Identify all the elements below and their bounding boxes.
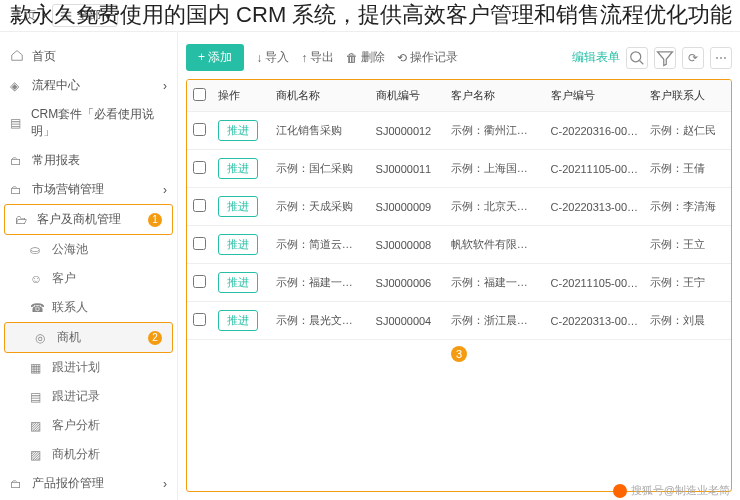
row-checkbox[interactable] <box>193 161 206 174</box>
nav-contact[interactable]: ☎联系人 <box>0 293 177 322</box>
edit-form-link[interactable]: 编辑表单 <box>572 49 620 66</box>
cell-name: 示例：简道云采购 <box>270 226 370 264</box>
promote-button[interactable]: 推进 <box>218 272 258 293</box>
badge-2: 2 <box>148 331 162 345</box>
nav-follow-plan[interactable]: ▦跟进计划 <box>0 353 177 382</box>
cell-cust-code: C-20220316-0000001 <box>545 112 645 150</box>
calendar-icon: ▦ <box>30 361 44 375</box>
row-checkbox[interactable] <box>193 123 206 136</box>
cell-contact: 示例：刘晨 <box>644 302 731 340</box>
row-checkbox[interactable] <box>193 199 206 212</box>
delete-button[interactable]: 🗑 删除 <box>346 49 385 66</box>
col-cust-name[interactable]: 客户名称 <box>445 80 545 112</box>
cell-contact: 示例：赵仁民 <box>644 112 731 150</box>
cell-code: SJ0000004 <box>370 302 445 340</box>
nav-opp-analysis[interactable]: ▨商机分析 <box>0 440 177 469</box>
main-content: + 添加 ↓ 导入 ↑ 导出 🗑 删除 ⟲ 操作记录 编辑表单 ⟳ ⋯ <box>178 32 740 500</box>
cell-cust-name: 示例：上海国仁有限… <box>445 150 545 188</box>
table-row[interactable]: 推进 示例：福建一高3月订单 SJ0000006 示例：福建一高集团 C-202… <box>187 264 731 302</box>
promote-button[interactable]: 推进 <box>218 120 258 141</box>
user-icon: ☺ <box>30 272 44 286</box>
nav-product-quote[interactable]: 🗀产品报价管理› <box>0 469 177 498</box>
filter-icon[interactable] <box>654 47 676 69</box>
cell-code: SJ0000006 <box>370 264 445 302</box>
sohu-logo-icon <box>613 484 627 498</box>
cell-contact: 示例：李清海 <box>644 188 731 226</box>
contact-icon: ☎ <box>30 301 44 315</box>
cell-cust-name: 帆软软件有限公司 <box>445 226 545 264</box>
col-code[interactable]: 商机编号 <box>370 80 445 112</box>
folder-icon: 🗀 <box>10 183 24 197</box>
cell-contact: 示例：王宁 <box>644 264 731 302</box>
import-button[interactable]: ↓ 导入 <box>256 49 289 66</box>
col-contact[interactable]: 客户联系人 <box>644 80 731 112</box>
table-row[interactable]: 推进 示例：国仁采购 SJ0000011 示例：上海国仁有限… C-202111… <box>187 150 731 188</box>
nav-process[interactable]: ◈流程中心› <box>0 71 177 100</box>
nav-reports[interactable]: 🗀常用报表 <box>0 146 177 175</box>
cell-cust-name: 示例：福建一高集团 <box>445 264 545 302</box>
nav-marketing[interactable]: 🗀市场营销管理› <box>0 175 177 204</box>
table-row[interactable]: 推进 示例：简道云采购 SJ0000008 帆软软件有限公司 示例：王立 <box>187 226 731 264</box>
overlay-title: 款永久免费使用的国内 CRM 系统，提供高效客户管理和销售流程优化功能 <box>10 0 732 31</box>
nav-cust-analysis[interactable]: ▨客户分析 <box>0 411 177 440</box>
col-op[interactable]: 操作 <box>212 80 270 112</box>
nav-home[interactable]: 首页 <box>0 42 177 71</box>
users-icon: ⛀ <box>30 243 44 257</box>
add-button[interactable]: + 添加 <box>186 44 244 71</box>
list-icon: ▤ <box>30 390 44 404</box>
export-button[interactable]: ↑ 导出 <box>301 49 334 66</box>
row-checkbox[interactable] <box>193 275 206 288</box>
badge-1: 1 <box>148 213 162 227</box>
cell-name: 示例：福建一高3月订单 <box>270 264 370 302</box>
target-icon: ◎ <box>35 331 49 345</box>
table-header-row: 操作 商机名称 商机编号 客户名称 客户编号 客户联系人 <box>187 80 731 112</box>
toolbar: + 添加 ↓ 导入 ↑ 导出 🗑 删除 ⟲ 操作记录 编辑表单 ⟳ ⋯ <box>186 40 732 79</box>
cell-cust-code: C-20220313-0000002 <box>545 188 645 226</box>
promote-button[interactable]: 推进 <box>218 158 258 179</box>
nav-pool[interactable]: ⛀公海池 <box>0 235 177 264</box>
nav-customer[interactable]: ☺客户 <box>0 264 177 293</box>
table-row[interactable]: 推进 示例：天成采购 SJ0000009 示例：北京天诚软件… C-202203… <box>187 188 731 226</box>
search-icon[interactable] <box>626 47 648 69</box>
more-icon[interactable]: ⋯ <box>710 47 732 69</box>
cell-name: 江化销售采购 <box>270 112 370 150</box>
home-icon <box>10 48 24 65</box>
watermark: 搜狐号@制造业老简 <box>613 483 730 498</box>
cell-contact: 示例：王倩 <box>644 150 731 188</box>
promote-button[interactable]: 推进 <box>218 196 258 217</box>
col-name[interactable]: 商机名称 <box>270 80 370 112</box>
cell-code: SJ0000008 <box>370 226 445 264</box>
cell-cust-name: 示例：衢州江化集团 <box>445 112 545 150</box>
svg-point-0 <box>631 51 641 61</box>
refresh-icon[interactable]: ⟳ <box>682 47 704 69</box>
promote-button[interactable]: 推进 <box>218 234 258 255</box>
cell-cust-code: C-20220313-0000004 <box>545 302 645 340</box>
table-row[interactable]: 推进 江化销售采购 SJ0000012 示例：衢州江化集团 C-20220316… <box>187 112 731 150</box>
history-button[interactable]: ⟲ 操作记录 <box>397 49 458 66</box>
cell-cust-name: 示例：北京天诚软件… <box>445 188 545 226</box>
nav-follow-record[interactable]: ▤跟进记录 <box>0 382 177 411</box>
nav-crm-kit[interactable]: ▤CRM套件「必看使用说明」 <box>0 100 177 146</box>
folder-open-icon: 🗁 <box>15 213 29 227</box>
chart-icon: ▨ <box>30 419 44 433</box>
cell-name: 示例：国仁采购 <box>270 150 370 188</box>
cell-contact: 示例：王立 <box>644 226 731 264</box>
cell-cust-code: C-20211105-0000001 <box>545 150 645 188</box>
row-checkbox[interactable] <box>193 313 206 326</box>
row-checkbox[interactable] <box>193 237 206 250</box>
promote-button[interactable]: 推进 <box>218 310 258 331</box>
cell-name: 示例：晨光文具设备… <box>270 302 370 340</box>
nav-customer-opp[interactable]: 🗁客户及商机管理1 <box>4 204 173 235</box>
table-row[interactable]: 推进 示例：晨光文具设备… SJ0000004 示例：浙江晨光文具… C-202… <box>187 302 731 340</box>
flow-icon: ◈ <box>10 79 24 93</box>
nav-opportunity[interactable]: ◎商机2 <box>4 322 173 353</box>
select-all-checkbox[interactable] <box>193 88 206 101</box>
badge-3: 3 <box>451 346 467 362</box>
col-cust-code[interactable]: 客户编号 <box>545 80 645 112</box>
sidebar: 首页 ◈流程中心› ▤CRM套件「必看使用说明」 🗀常用报表 🗀市场营销管理› … <box>0 32 178 500</box>
data-table: 操作 商机名称 商机编号 客户名称 客户编号 客户联系人 推进 江化销售采购 S… <box>186 79 732 492</box>
folder-icon: 🗀 <box>10 477 24 491</box>
folder-icon: 🗀 <box>10 154 24 168</box>
chart-icon: ▨ <box>30 448 44 462</box>
cell-code: SJ0000012 <box>370 112 445 150</box>
